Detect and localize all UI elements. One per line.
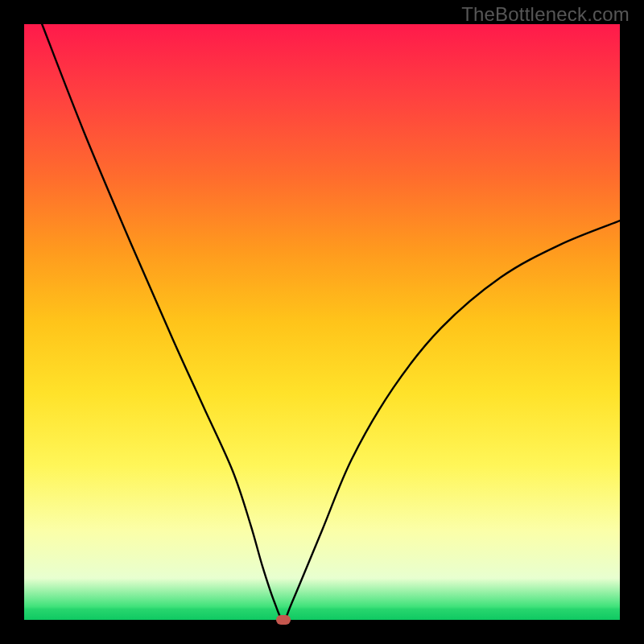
plot-area <box>24 24 620 620</box>
curve-svg <box>24 24 620 620</box>
bottleneck-marker <box>276 615 291 625</box>
watermark-text: TheBottleneck.com <box>461 3 630 26</box>
chart-frame: TheBottleneck.com <box>0 0 644 644</box>
bottleneck-curve <box>42 24 620 620</box>
